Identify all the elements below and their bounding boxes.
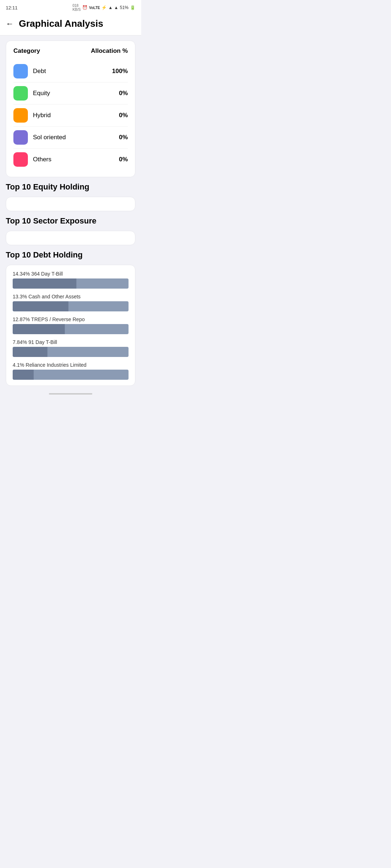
debt-bar-track [13,370,129,380]
allocation-row: Hybrid 0% [13,105,128,127]
equity-empty-card [6,197,135,211]
equity-section-title: Top 10 Equity Holding [6,182,135,192]
debt-holding-label: 12.87% TREPS / Reverse Repo [13,316,129,322]
page-header: ← Graphical Analysis [0,14,141,35]
debt-bar-track [13,301,129,311]
kb-indicator: 018KB/S [72,4,81,12]
back-button[interactable]: ← [6,19,14,29]
debt-holding-item: 4.1% Reliance Industries Limited [13,362,129,380]
allocation-row-value: 0% [119,112,128,119]
color-swatch [13,152,28,167]
main-content: Category Allocation % Debt 100% Equity 0… [0,35,141,400]
allocation-row-label: Equity [33,90,50,97]
equity-section: Top 10 Equity Holding [6,182,135,211]
battery-percent: 51% [120,5,129,10]
allocation-row-left: Equity [13,86,50,101]
color-swatch [13,64,28,78]
status-time: 12:11 [6,5,18,10]
color-swatch [13,130,28,145]
debt-bar-track [13,347,129,357]
debt-holding-label: 13.3% Cash and Other Assets [13,294,129,299]
allocation-row-value: 0% [119,156,128,163]
sector-empty-card [6,231,135,245]
page-title: Graphical Analysis [19,18,103,29]
debt-bar-fill [13,324,65,334]
allocation-row-label: Debt [33,68,46,75]
bluetooth-icon: ⚡ [101,5,107,10]
debt-holding-label: 4.1% Reliance Industries Limited [13,362,129,368]
allocation-row-label: Others [33,156,51,163]
debt-bar-fill [13,347,47,357]
debt-holding-item: 12.87% TREPS / Reverse Repo [13,316,129,334]
debt-card: 14.34% 364 Day T-Bill 13.3% Cash and Oth… [6,265,135,386]
alarm-icon: ⏰ [82,5,88,10]
allocation-row-left: Debt [13,64,46,78]
allocation-row-left: Sol oriented [13,130,66,145]
allocation-row-label: Sol oriented [33,134,66,141]
allocation-header: Category Allocation % [13,47,128,55]
debt-bar-fill [13,370,34,380]
debt-section-title: Top 10 Debt Holding [6,250,135,260]
allocation-row: Debt 100% [13,60,128,82]
debt-holding-label: 7.84% 91 Day T-Bill [13,339,129,345]
signal-icon: ▲ [114,5,118,10]
allocation-row-left: Others [13,152,51,167]
color-swatch [13,86,28,101]
category-header-label: Category [13,47,40,55]
allocation-row-value: 0% [119,134,128,141]
allocation-row: Others 0% [13,149,128,170]
debt-holding-item: 7.84% 91 Day T-Bill [13,339,129,357]
allocation-row: Sol oriented 0% [13,127,128,149]
debt-bar-track [13,278,129,289]
allocation-card: Category Allocation % Debt 100% Equity 0… [6,41,135,177]
wifi-icon: ▲ [108,5,113,10]
allocation-row: Equity 0% [13,82,128,105]
debt-section: Top 10 Debt Holding 14.34% 364 Day T-Bil… [6,250,135,386]
scroll-indicator [49,393,92,395]
color-swatch [13,108,28,123]
status-bar: 12:11 018KB/S ⏰ VoLTE ⚡ ▲ ▲ 51% 🔋 [0,0,141,14]
allocation-row-value: 0% [119,90,128,97]
sector-section-title: Top 10 Sector Exposure [6,216,135,226]
debt-holding-item: 13.3% Cash and Other Assets [13,294,129,311]
debt-bar-track [13,324,129,334]
debt-holding-item: 14.34% 364 Day T-Bill [13,271,129,289]
debt-bar-fill [13,301,68,311]
allocation-row-label: Hybrid [33,112,51,119]
battery-icon: 🔋 [130,5,135,10]
debt-bar-fill [13,278,76,289]
allocation-rows: Debt 100% Equity 0% Hybrid 0% Sol orient… [13,60,128,170]
allocation-row-value: 100% [112,68,128,75]
sector-section: Top 10 Sector Exposure [6,216,135,245]
allocation-header-label: Allocation % [91,47,128,55]
volte-icon: VoLTE [89,6,100,10]
allocation-row-left: Hybrid [13,108,51,123]
status-right: 018KB/S ⏰ VoLTE ⚡ ▲ ▲ 51% 🔋 [72,4,135,12]
debt-holding-label: 14.34% 364 Day T-Bill [13,271,129,277]
